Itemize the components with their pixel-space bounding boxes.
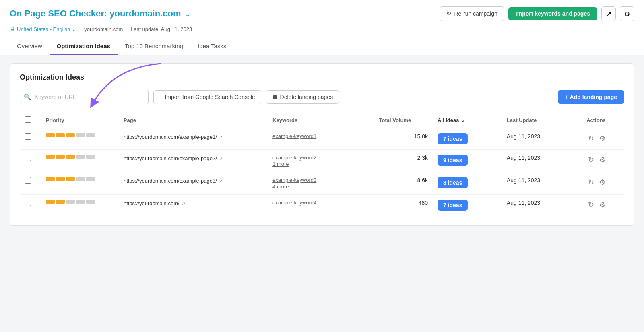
- domain-link[interactable]: yourdomain.com: [109, 8, 181, 19]
- priority-bar: [46, 133, 114, 137]
- priority-bar-segment: [46, 155, 55, 159]
- priority-bar-segment: [46, 200, 55, 204]
- import-icon: ↓: [159, 94, 163, 101]
- select-all-checkbox[interactable]: [25, 116, 31, 123]
- col-header-actions: Actions: [582, 112, 624, 128]
- keyword-link[interactable]: example-keyword1: [272, 133, 369, 139]
- priority-bar-empty: [66, 200, 75, 204]
- page-title: On Page SEO Checker: yourdomain.com ⌄: [10, 8, 190, 19]
- delete-pages-button[interactable]: 🗑 Delete landing pages: [266, 90, 339, 104]
- priority-bar-empty: [76, 133, 85, 137]
- header-actions: ↻ Re-run campaign Import keywords and pa…: [440, 6, 634, 21]
- priority-bar-empty: [86, 200, 95, 204]
- tab-overview[interactable]: Overview: [10, 39, 50, 55]
- more-keywords-link[interactable]: 1 more: [272, 161, 289, 167]
- refresh-row-button[interactable]: ↻: [586, 155, 596, 165]
- header-domain: yourdomain.com: [84, 26, 123, 32]
- header-meta: 🖥 United States - English ⌄ yourdomain.c…: [10, 26, 634, 37]
- keyword-link[interactable]: example-keyword2: [272, 155, 369, 161]
- ideas-badge[interactable]: 7 ideas: [438, 133, 468, 144]
- import-keywords-button[interactable]: Import keywords and pages: [508, 7, 597, 20]
- page-url[interactable]: https://yourdomain.com/ ↗: [124, 200, 185, 206]
- page-url[interactable]: https://yourdomain.com/example-page1/ ↗: [124, 134, 223, 140]
- main-content: Optimization Ideas 🔍 ↓ Import from Googl…: [0, 55, 644, 234]
- refresh-row-button[interactable]: ↻: [586, 200, 596, 210]
- rerun-button[interactable]: ↻ Re-run campaign: [440, 6, 504, 21]
- volume-cell: 8.6k: [374, 172, 433, 195]
- table-row: https://yourdomain.com/example-page3/ ↗e…: [20, 172, 624, 195]
- priority-bar-segment: [66, 133, 75, 137]
- row-checkbox[interactable]: [25, 177, 31, 184]
- domain-chevron-icon[interactable]: ⌄: [185, 11, 190, 18]
- search-input[interactable]: [20, 90, 149, 104]
- volume-cell: 15.0k: [374, 128, 433, 150]
- external-link-icon: ↗: [219, 179, 223, 184]
- refresh-row-button[interactable]: ↻: [586, 133, 596, 144]
- settings-row-button[interactable]: ⚙: [597, 133, 607, 144]
- locale-chevron-icon: ⌄: [72, 26, 76, 32]
- row-checkbox[interactable]: [25, 133, 31, 140]
- settings-row-button[interactable]: ⚙: [597, 155, 607, 165]
- col-header-page: Page: [119, 112, 268, 128]
- import-console-button[interactable]: ↓ Import from Google Search Console: [153, 90, 261, 104]
- table-row: https://yourdomain.com/example-page2/ ↗e…: [20, 150, 624, 172]
- priority-bar-empty: [76, 200, 85, 204]
- col-header-keywords: Keywords: [268, 112, 374, 128]
- external-link-icon: ↗: [219, 135, 223, 140]
- priority-bar-empty: [86, 177, 95, 181]
- col-header-priority: Priority: [41, 112, 119, 128]
- last-update: Last update: Aug 11, 2023: [131, 26, 192, 32]
- tab-optimization-ideas[interactable]: Optimization Ideas: [50, 39, 118, 55]
- optimization-ideas-card: Optimization Ideas 🔍 ↓ Import from Googl…: [10, 63, 634, 226]
- ideas-chevron-icon: ⌄: [460, 117, 465, 123]
- priority-bar-empty: [76, 155, 85, 159]
- keyword-link[interactable]: example-keyword3: [272, 177, 369, 183]
- nav-tabs: Overview Optimization Ideas Top 10 Bench…: [10, 39, 634, 55]
- priority-bar-segment: [66, 177, 75, 181]
- ideas-badge[interactable]: 9 ideas: [438, 155, 468, 166]
- col-header-ideas[interactable]: All Ideas ⌄: [433, 112, 502, 128]
- last-update-cell: Aug 11, 2023: [502, 195, 582, 216]
- volume-cell: 480: [374, 195, 433, 216]
- share-icon: ↗: [606, 10, 611, 18]
- rerun-icon: ↻: [446, 10, 452, 17]
- add-landing-page-button[interactable]: + Add landing page: [558, 90, 624, 104]
- optimization-table: Priority Page Keywords Total Volume All …: [20, 112, 624, 216]
- priority-bar-empty: [86, 133, 95, 137]
- ideas-badge[interactable]: 7 ideas: [438, 200, 468, 211]
- external-link-icon: ↗: [219, 156, 223, 161]
- keyword-link[interactable]: example-keyword4: [272, 200, 369, 206]
- col-header-volume: Total Volume: [374, 112, 433, 128]
- page-url[interactable]: https://yourdomain.com/example-page3/ ↗: [124, 178, 223, 184]
- search-wrap: 🔍: [20, 90, 149, 104]
- priority-bar: [46, 177, 114, 181]
- refresh-row-button[interactable]: ↻: [586, 177, 596, 188]
- priority-bar-empty: [76, 177, 85, 181]
- locale-selector[interactable]: 🖥 United States - English ⌄: [10, 26, 76, 32]
- gear-icon: ⚙: [624, 10, 630, 18]
- tab-idea-tasks[interactable]: Idea Tasks: [190, 39, 233, 55]
- col-header-lastupdate: Last Update: [502, 112, 582, 128]
- last-update-cell: Aug 11, 2023: [502, 150, 582, 172]
- settings-row-button[interactable]: ⚙: [597, 177, 607, 188]
- last-update-cell: Aug 11, 2023: [502, 128, 582, 150]
- page-header: On Page SEO Checker: yourdomain.com ⌄ ↻ …: [0, 0, 644, 55]
- share-button[interactable]: ↗: [601, 6, 616, 21]
- priority-bar-segment: [66, 155, 75, 159]
- page-url[interactable]: https://yourdomain.com/example-page2/ ↗: [124, 155, 223, 161]
- ideas-badge[interactable]: 8 ideas: [438, 177, 468, 188]
- priority-bar-segment: [56, 200, 65, 204]
- settings-button[interactable]: ⚙: [620, 6, 634, 21]
- row-checkbox[interactable]: [25, 155, 31, 161]
- priority-bar-segment: [56, 133, 65, 137]
- row-checkbox[interactable]: [25, 200, 31, 206]
- table-row: https://yourdomain.com/example-page1/ ↗e…: [20, 128, 624, 150]
- priority-bar-segment: [46, 177, 55, 181]
- monitor-icon: 🖥: [10, 26, 15, 32]
- more-keywords-link[interactable]: 4 more: [272, 184, 289, 190]
- all-ideas-filter[interactable]: All Ideas ⌄: [438, 117, 497, 123]
- priority-bar: [46, 155, 114, 159]
- tab-top10[interactable]: Top 10 Benchmarking: [118, 39, 190, 55]
- external-link-icon: ↗: [182, 201, 185, 206]
- settings-row-button[interactable]: ⚙: [597, 200, 607, 210]
